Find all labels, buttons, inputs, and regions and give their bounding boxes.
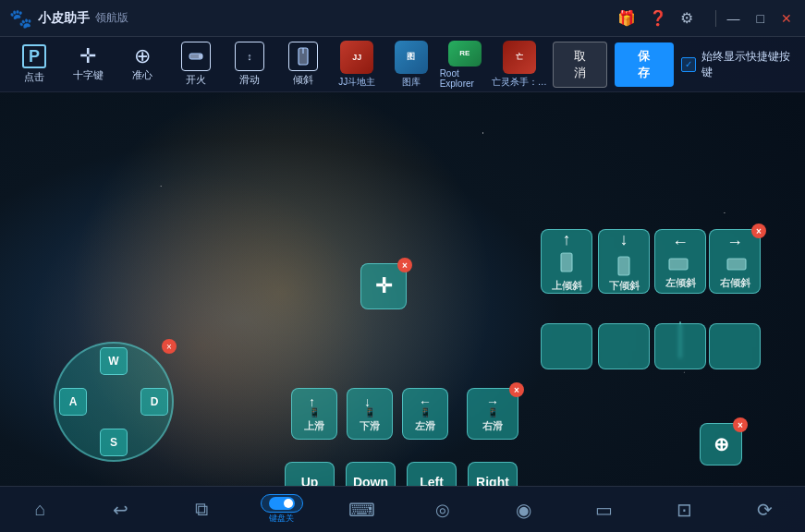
left-swipe-label: 左滑 (415, 419, 435, 433)
key-down-button[interactable]: Down (346, 462, 396, 486)
tilt-sq-1[interactable] (541, 323, 592, 369)
tilt-left-icon: ← (672, 233, 689, 252)
main-canvas: × W A D S ✛ × ↑📱 上滑 ↓📱 下滑 ←📱 左滑 × →📱 右滑 … (0, 92, 805, 486)
key-left-label: Left (420, 475, 444, 486)
aim-close[interactable]: × (733, 417, 748, 432)
app-wangling[interactable]: 亡 亡灵杀手：夏侯... (494, 41, 545, 89)
key-right-button[interactable]: Right (468, 462, 518, 486)
plus-pad-button[interactable]: ✛ × (360, 263, 407, 309)
toggle-switch[interactable] (269, 497, 295, 510)
tool-click-label: 点击 (24, 70, 44, 84)
key-right-label: Right (476, 475, 509, 486)
up-swipe-button[interactable]: ↑📱 上滑 (291, 388, 337, 440)
key-w[interactable]: W (100, 347, 128, 375)
keyboard-icon: ⌨ (348, 499, 375, 521)
window-controls: — □ ✕ (724, 9, 796, 28)
up-swipe-label: 上滑 (304, 419, 324, 433)
plus-pad-close[interactable]: × (397, 258, 412, 272)
tool-fire-label: 开火 (186, 73, 206, 87)
close-button[interactable]: ✕ (777, 9, 796, 28)
bottom-gamepad[interactable]: ◎ (422, 490, 463, 530)
home-icon: ⌂ (35, 499, 46, 520)
tool-aim-icon: ⊕ (134, 46, 151, 66)
help-icon[interactable]: ❓ (649, 9, 667, 27)
settings-icon[interactable]: ⚙ (680, 9, 693, 27)
tilt-down-device-icon (614, 251, 634, 277)
joystick[interactable]: × W A D S (54, 342, 174, 462)
left-swipe-button[interactable]: ←📱 左滑 (402, 388, 448, 440)
key-left-button[interactable]: Left (407, 462, 457, 486)
aim-icon: ⊕ (714, 433, 729, 455)
gift-icon[interactable]: 🎁 (617, 9, 636, 27)
tool-tilt-icon (288, 42, 318, 71)
tilt-right-close[interactable]: × (751, 224, 766, 238)
bottombar: ⌂ ↩ ⧉ 键盘关 ⌨ ◎ ◉ ▭ ⊡ ⟳ (0, 486, 805, 532)
app-jj-icon: JJ (340, 41, 373, 74)
key-up-label: Up (301, 475, 319, 486)
rotate-icon: ⟳ (757, 499, 773, 521)
key-up-button[interactable]: Up (285, 462, 335, 486)
back-icon: ↩ (113, 499, 128, 521)
tool-dpad[interactable]: ✛ 十字键 (63, 41, 113, 89)
joystick-close[interactable]: × (162, 339, 177, 354)
save-button[interactable]: 保存 (615, 42, 675, 87)
tilt-right-button[interactable]: × → 右倾斜 (709, 229, 761, 294)
app-root[interactable]: RE Root Explorer (440, 41, 490, 89)
right-swipe-button[interactable]: × →📱 右滑 (467, 388, 518, 440)
app-gallery[interactable]: 图 图库 (385, 41, 435, 89)
app-gallery-label: 图库 (402, 76, 421, 89)
app-subtitle: 领航版 (95, 10, 128, 26)
bottom-location[interactable]: ◉ (503, 490, 543, 530)
tool-tilt[interactable]: 倾斜 (278, 41, 328, 89)
tool-click[interactable]: P 点击 (9, 41, 59, 89)
key-s[interactable]: S (100, 429, 128, 456)
right-swipe-icon: →📱 (486, 394, 499, 417)
app-wangling-icon: 亡 (503, 41, 536, 74)
show-keys-checkbox: ✓ (681, 57, 695, 72)
app-title: 小皮助手 (38, 10, 90, 27)
cancel-button[interactable]: 取消 (553, 42, 607, 88)
right-swipe-close[interactable]: × (509, 382, 524, 397)
left-swipe-icon: ←📱 (419, 394, 432, 417)
titlebar-icons: 🎁 ❓ ⚙ (617, 9, 693, 27)
up-swipe-icon: ↑📱 (309, 394, 320, 417)
bottom-rotate[interactable]: ⟳ (744, 490, 785, 530)
tool-fire[interactable]: 开火 (171, 41, 221, 89)
bottom-apps[interactable]: ⧉ (181, 490, 222, 530)
bottom-crop[interactable]: ⊡ (664, 490, 704, 530)
show-keys-toggle[interactable]: ✓ 始终显示快捷键按键 (681, 49, 796, 80)
tilt-sq-2[interactable] (598, 323, 650, 369)
tilt-down-label: 下倾斜 (609, 279, 640, 293)
down-swipe-button[interactable]: ↓📱 下滑 (347, 388, 393, 440)
keyboard-toggle-label: 键盘关 (269, 513, 294, 525)
keyboard-toggle-widget[interactable] (261, 494, 303, 513)
tilt-down-button[interactable]: ↓ 下倾斜 (598, 229, 650, 294)
tool-slide-label: 滑动 (239, 73, 260, 87)
key-a[interactable]: A (59, 388, 87, 416)
key-d[interactable]: D (140, 388, 168, 416)
tool-aim[interactable]: ⊕ 准心 (116, 41, 166, 89)
bottom-keyboard-toggle[interactable]: 键盘关 (262, 490, 302, 530)
tilt-left-label: 左倾斜 (665, 276, 696, 290)
tilt-sq-3[interactable] (654, 323, 706, 369)
gamepad-icon: ◎ (435, 500, 450, 520)
maximize-button[interactable]: □ (753, 9, 768, 28)
location-icon: ◉ (516, 499, 531, 521)
tool-click-icon: P (22, 44, 46, 68)
tilt-up-button[interactable]: ↑ 上倾斜 (541, 229, 592, 294)
bottom-monitor[interactable]: ▭ (583, 490, 624, 530)
tool-slide-icon: ↕ (235, 42, 264, 71)
toolbar: P 点击 ✛ 十字键 ⊕ 准心 开火 ↕ 滑动 倾斜 (0, 37, 805, 92)
minimize-button[interactable]: — (724, 9, 744, 28)
tilt-right-device-icon (722, 254, 748, 274)
tilt-left-button[interactable]: ← 左倾斜 (654, 229, 706, 294)
app-jj[interactable]: JJ JJ斗地主 (332, 41, 382, 89)
app-gallery-icon: 图 (395, 41, 428, 74)
bottom-home[interactable]: ⌂ (20, 490, 61, 530)
key-down-label: Down (353, 475, 388, 486)
tilt-sq-4[interactable] (709, 323, 761, 369)
bottom-keyboard[interactable]: ⌨ (342, 490, 383, 530)
aim-button[interactable]: × ⊕ (700, 423, 742, 466)
bottom-back[interactable]: ↩ (101, 490, 141, 530)
tool-slide[interactable]: ↕ 滑动 (225, 41, 274, 89)
